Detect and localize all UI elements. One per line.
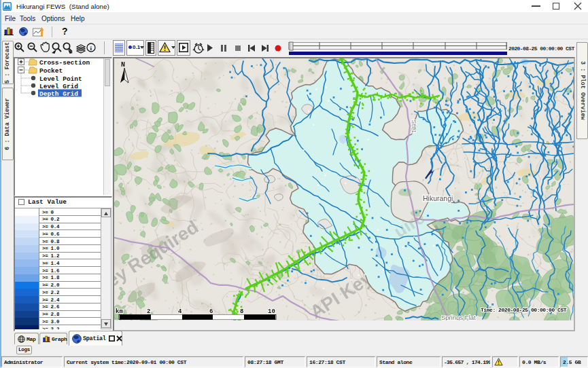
svg-text:4: 4 bbox=[178, 308, 182, 315]
svg-text:i: i bbox=[90, 45, 92, 52]
svg-text:Level Grid: Level Grid bbox=[39, 83, 78, 90]
svg-text:Hikurangi: Hikurangi bbox=[423, 194, 453, 202]
svg-text:Cross-section: Cross-section bbox=[39, 59, 90, 67]
svg-text:SH 1: SH 1 bbox=[411, 119, 417, 133]
svg-text:km: km bbox=[116, 308, 123, 315]
svg-text:6: 6 bbox=[209, 308, 213, 315]
svg-text:2: 2 bbox=[147, 308, 150, 315]
svg-text:8: 8 bbox=[240, 308, 243, 315]
svg-text:Time: 2020-08-25 00:00:00 CST: Time: 2020-08-25 00:00:00 CST bbox=[481, 307, 567, 313]
svg-text:N: N bbox=[121, 61, 125, 69]
svg-text:Level Point: Level Point bbox=[39, 75, 82, 83]
svg-text:10: 10 bbox=[268, 308, 275, 315]
svg-text:Springs Flat: Springs Flat bbox=[441, 314, 476, 320]
svg-text:Pocket: Pocket bbox=[39, 67, 63, 75]
svg-text:Depth Grid: Depth Grid bbox=[39, 90, 78, 98]
